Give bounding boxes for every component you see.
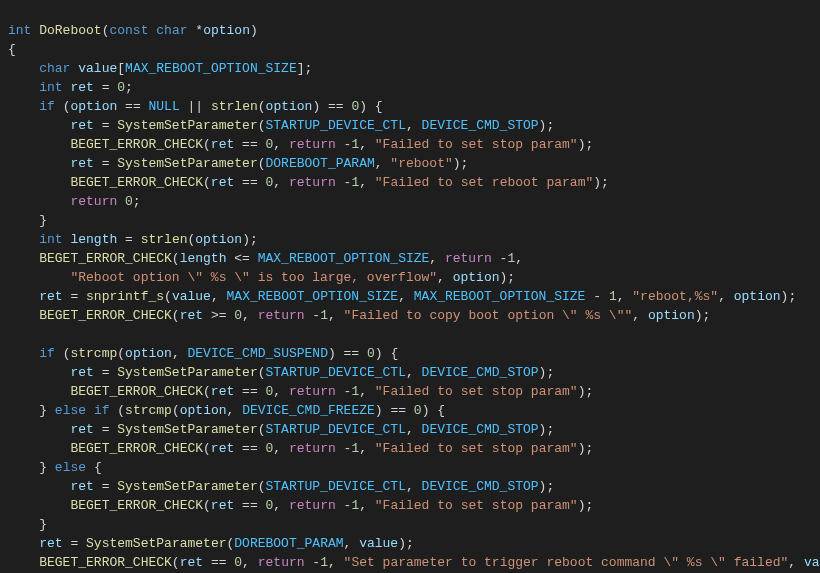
- line: BEGET_ERROR_CHECK(ret == 0, return -1, "…: [8, 441, 593, 456]
- line: if (strcmp(option, DEVICE_CMD_SUSPEND) =…: [8, 346, 398, 361]
- line: BEGET_ERROR_CHECK(ret == 0, return -1, "…: [8, 137, 593, 152]
- code-editor[interactable]: int DoReboot(const char *option) { char …: [0, 19, 820, 573]
- line: BEGET_ERROR_CHECK(ret >= 0, return -1, "…: [8, 308, 710, 323]
- line: if (option == NULL || strlen(option) == …: [8, 99, 383, 114]
- line: return 0;: [8, 194, 141, 209]
- line: ret = SystemSetParameter(DOREBOOT_PARAM,…: [8, 156, 468, 171]
- line: ret = snprintf_s(value, MAX_REBOOT_OPTIO…: [8, 289, 796, 304]
- line: ret = SystemSetParameter(STARTUP_DEVICE_…: [8, 365, 554, 380]
- line: }: [8, 213, 47, 228]
- line: BEGET_ERROR_CHECK(ret == 0, return -1, "…: [8, 555, 820, 570]
- line: int DoReboot(const char *option): [8, 23, 258, 38]
- line: } else if (strcmp(option, DEVICE_CMD_FRE…: [8, 403, 445, 418]
- line: BEGET_ERROR_CHECK(ret == 0, return -1, "…: [8, 384, 593, 399]
- line: int length = strlen(option);: [8, 232, 258, 247]
- line: ret = SystemSetParameter(STARTUP_DEVICE_…: [8, 422, 554, 437]
- line: BEGET_ERROR_CHECK(ret == 0, return -1, "…: [8, 498, 593, 513]
- line: ret = SystemSetParameter(DOREBOOT_PARAM,…: [8, 536, 414, 551]
- line: }: [8, 517, 47, 532]
- line: ret = SystemSetParameter(STARTUP_DEVICE_…: [8, 118, 554, 133]
- line: } else {: [8, 460, 102, 475]
- line: "Reboot option \" %s \" is too large, ov…: [8, 270, 515, 285]
- line: BEGET_ERROR_CHECK(ret == 0, return -1, "…: [8, 175, 609, 190]
- line: int ret = 0;: [8, 80, 133, 95]
- line: BEGET_ERROR_CHECK(length <= MAX_REBOOT_O…: [8, 251, 523, 266]
- line: char value[MAX_REBOOT_OPTION_SIZE];: [8, 61, 312, 76]
- line: ret = SystemSetParameter(STARTUP_DEVICE_…: [8, 479, 554, 494]
- line: {: [8, 42, 16, 57]
